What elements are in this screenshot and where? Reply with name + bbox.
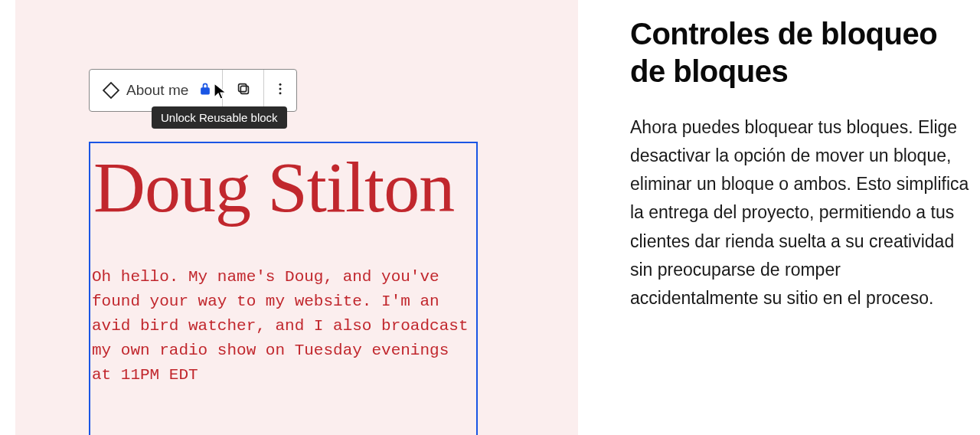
block-toolbar: About me xyxy=(89,69,297,112)
toolbar-more-button[interactable] xyxy=(264,70,296,111)
feature-body: Ahora puedes bloquear tus bloques. Elige… xyxy=(630,113,972,313)
feature-description-pane: Controles de bloqueo de bloques Ahora pu… xyxy=(578,0,980,435)
svg-rect-2 xyxy=(238,84,246,92)
svg-rect-1 xyxy=(240,86,248,93)
cursor-pointer-icon xyxy=(213,82,228,105)
svg-point-3 xyxy=(279,83,282,86)
editor-preview-pane: About me xyxy=(15,0,578,435)
svg-point-4 xyxy=(279,88,282,90)
toolbar-block-label: About me xyxy=(126,82,188,99)
feature-title: Controles de bloqueo de bloques xyxy=(630,15,972,90)
unlock-tooltip: Unlock Reusable block xyxy=(152,106,287,129)
reusable-block-icon xyxy=(102,81,120,100)
block-paragraph[interactable]: Oh hello. My name's Doug, and you've fou… xyxy=(90,227,476,388)
toolbar-block-info[interactable]: About me xyxy=(90,70,223,111)
toolbar-copy-button[interactable] xyxy=(223,70,264,111)
copy-icon xyxy=(235,80,252,100)
block-heading[interactable]: Doug Stilton xyxy=(90,143,476,227)
page-layout: About me xyxy=(0,0,980,435)
svg-rect-0 xyxy=(103,83,119,98)
lock-icon[interactable] xyxy=(198,81,213,100)
more-vertical-icon xyxy=(273,81,288,100)
selected-block[interactable]: Doug Stilton Oh hello. My name's Doug, a… xyxy=(89,142,478,435)
svg-point-5 xyxy=(279,92,282,94)
